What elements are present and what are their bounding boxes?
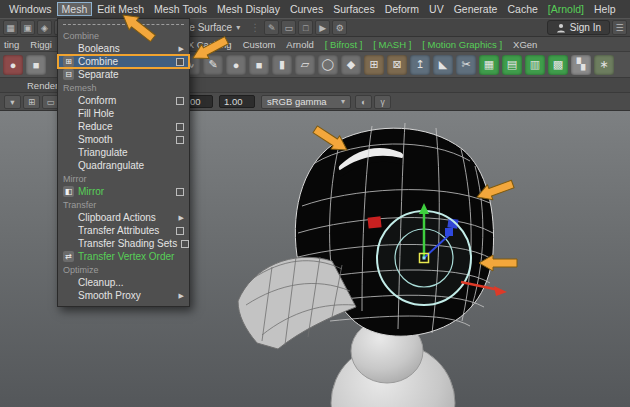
open-render-view-icon[interactable]: ▭	[281, 20, 296, 35]
polygon-plane-icon[interactable]: ▱	[295, 55, 315, 75]
main-menubar: Windows Mesh Edit Mesh Mesh Tools Mesh D…	[0, 0, 630, 18]
ipr-render-icon[interactable]: ▶	[315, 20, 330, 35]
menu-item-label: Combine	[78, 56, 172, 67]
menu-cache[interactable]: Cache	[502, 2, 542, 16]
menu-arnold[interactable]: [Arnold]	[543, 2, 589, 16]
shelf-tab-xgen[interactable]: XGen	[513, 39, 537, 50]
polygon-sphere-icon[interactable]: ●	[226, 55, 246, 75]
menu-item-separate[interactable]: ⊟ Separate	[58, 68, 189, 81]
menu-item-cleanup[interactable]: Cleanup...	[58, 276, 189, 289]
sign-in-label: Sign In	[570, 22, 601, 33]
shelf-sphere-icon[interactable]: ●	[3, 55, 23, 75]
xgen-description-icon[interactable]: ∗	[594, 55, 614, 75]
submenu-arrow-icon: ▶	[179, 45, 184, 53]
checker-icon[interactable]: ▚	[571, 55, 591, 75]
chevron-down-icon: ▾	[341, 97, 345, 106]
shelf-tab-custom[interactable]: Custom	[243, 39, 276, 50]
grid-toggle-icon[interactable]: ⊞	[23, 95, 40, 109]
render-current-frame-icon[interactable]: □	[298, 20, 313, 35]
selection-mask-hierarchy-icon[interactable]: ▦	[3, 20, 18, 35]
combine-shelf-icon[interactable]: ⊠	[387, 55, 407, 75]
menu-generate[interactable]: Generate	[449, 2, 503, 16]
polygon-torus-icon[interactable]: ◯	[318, 55, 338, 75]
polygon-cylinder-icon[interactable]: ▮	[272, 55, 292, 75]
option-box[interactable]	[176, 97, 184, 105]
option-box[interactable]	[176, 188, 184, 196]
shelf-tab-mash[interactable]: [ MASH ]	[373, 39, 411, 50]
menu-item-combine[interactable]: ⊞ Combine	[58, 55, 189, 68]
submenu-arrow-icon: ▶	[179, 292, 184, 300]
boolean-union-icon[interactable]: ⊞	[364, 55, 384, 75]
menu-item-label: Quadrangulate	[78, 160, 184, 171]
multi-cut-icon[interactable]: ✂	[456, 55, 476, 75]
menu-item-smooth[interactable]: Smooth	[58, 133, 189, 146]
selection-mask-objects-icon[interactable]: ▣	[20, 20, 35, 35]
menu-item-mirror[interactable]: ◧ Mirror	[58, 185, 189, 198]
camera-menu-icon[interactable]: ▾	[4, 95, 21, 109]
menu-section-transfer: Transfer	[58, 198, 189, 211]
menu-help[interactable]: Help	[589, 2, 621, 16]
menu-item-transfer-shading-sets[interactable]: Transfer Shading Sets	[58, 237, 189, 250]
option-box[interactable]	[176, 227, 184, 235]
menu-section-optimize: Optimize	[58, 263, 189, 276]
menu-item-label: Transfer Shading Sets	[78, 238, 177, 249]
gamma-select[interactable]: sRGB gamma ▾	[261, 95, 351, 109]
option-box[interactable]	[176, 136, 184, 144]
transfer-vertex-order-icon: ⇄	[63, 251, 74, 262]
mash-waiter-icon[interactable]: ▦	[479, 55, 499, 75]
bevel-icon[interactable]: ◣	[433, 55, 453, 75]
menu-item-label: Cleanup...	[78, 277, 184, 288]
shelf-tab-bifrost[interactable]: [ Bifrost ]	[325, 39, 362, 50]
platonic-solid-icon[interactable]: ◆	[341, 55, 361, 75]
menu-item-booleans[interactable]: Booleans ▶	[58, 42, 189, 55]
separate-icon: ⊟	[63, 69, 74, 80]
construction-history-icon[interactable]: ✎	[264, 20, 279, 35]
shelf-tab-rigging-partial[interactable]: Riggi	[30, 39, 52, 50]
menu-item-clipboard-actions[interactable]: Clipboard Actions ▶	[58, 211, 189, 224]
option-box[interactable]	[176, 123, 184, 131]
menu-item-reduce[interactable]: Reduce	[58, 120, 189, 133]
shelf-tab-motion-graphics[interactable]: [ Motion Graphics ]	[422, 39, 502, 50]
menu-edit-mesh[interactable]: Edit Mesh	[92, 2, 149, 16]
menu-section-combine: Combine	[58, 29, 189, 42]
menu-item-transfer-vertex-order[interactable]: ⇄ Transfer Vertex Order	[58, 250, 189, 263]
exposure-icon[interactable]: ◐	[355, 95, 372, 109]
render-settings-icon[interactable]: ⚙	[332, 20, 347, 35]
menu-tearoff-handle[interactable]	[63, 24, 184, 26]
menu-item-quadrangulate[interactable]: Quadrangulate	[58, 159, 189, 172]
option-box[interactable]	[176, 58, 184, 66]
combine-icon: ⊞	[63, 56, 74, 67]
extrude-icon[interactable]: ↥	[410, 55, 430, 75]
mirror-icon: ◧	[63, 186, 74, 197]
menu-item-fill-hole[interactable]: Fill Hole	[58, 107, 189, 120]
selection-mask-components-icon[interactable]: ◈	[37, 20, 52, 35]
mash-dynamics-icon[interactable]: ▥	[525, 55, 545, 75]
menu-deform[interactable]: Deform	[380, 2, 424, 16]
menu-item-label: Fill Hole	[78, 108, 184, 119]
status-separator-icon[interactable]: ⋮	[248, 22, 262, 33]
gamma-icon[interactable]: γ	[374, 95, 391, 109]
mash-color-icon[interactable]: ▩	[548, 55, 568, 75]
mash-distribute-icon[interactable]: ▤	[502, 55, 522, 75]
menu-mesh-display[interactable]: Mesh Display	[212, 2, 285, 16]
menu-surfaces[interactable]: Surfaces	[328, 2, 379, 16]
pencil-curve-icon[interactable]: ✎	[203, 55, 223, 75]
menu-mesh[interactable]: Mesh	[57, 2, 93, 16]
menu-item-conform[interactable]: Conform	[58, 94, 189, 107]
menu-curves[interactable]: Curves	[285, 2, 328, 16]
shelf-cube-icon[interactable]: ■	[26, 55, 46, 75]
workspace-menu-icon[interactable]: ☰	[612, 20, 627, 35]
shelf-tab-sculpting-partial[interactable]: ting	[4, 39, 19, 50]
menu-item-triangulate[interactable]: Triangulate	[58, 146, 189, 159]
menu-mesh-tools[interactable]: Mesh Tools	[149, 2, 212, 16]
gamma-field[interactable]: 1.00	[219, 95, 255, 108]
menu-item-smooth-proxy[interactable]: Smooth Proxy ▶	[58, 289, 189, 302]
shelf-tab-arnold[interactable]: Arnold	[286, 39, 313, 50]
menu-uv[interactable]: UV	[424, 2, 449, 16]
option-box[interactable]	[181, 240, 189, 248]
menu-item-transfer-attributes[interactable]: Transfer Attributes	[58, 224, 189, 237]
polygon-cube-icon[interactable]: ■	[249, 55, 269, 75]
menu-windows[interactable]: Windows	[4, 2, 57, 16]
user-icon	[556, 23, 566, 33]
sign-in-button[interactable]: Sign In	[547, 20, 610, 35]
